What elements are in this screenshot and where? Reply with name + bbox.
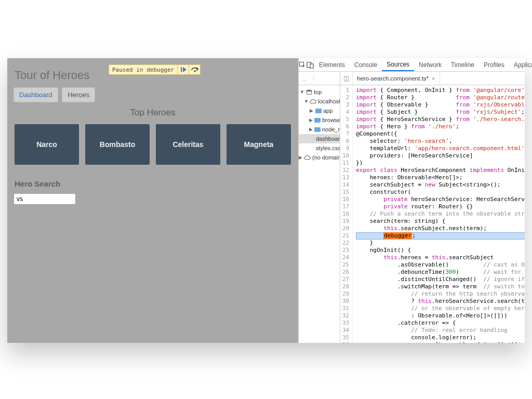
device-toolbar-icon[interactable] (307, 58, 314, 71)
inspect-element-icon[interactable] (299, 58, 307, 71)
nav-heroes-button[interactable]: Heroes (62, 87, 95, 102)
paused-in-debugger-badge: Paused in debugger (109, 64, 201, 75)
tree-no-domain[interactable]: ▶(no domain) (299, 153, 340, 162)
close-file-icon[interactable]: × (432, 75, 435, 82)
tab-application[interactable]: Application (509, 58, 532, 71)
open-file-tab[interactable]: hero-search.component.ts* × (353, 72, 440, 85)
devtools-tabs: Elements Console Sources Network Timelin… (299, 58, 525, 72)
hero-card[interactable]: Narco (15, 124, 79, 165)
tree-folder-node-modules[interactable]: ▶node_modules (299, 125, 340, 134)
hero-card[interactable]: Celeritas (156, 124, 220, 165)
nav-buttons: Dashboard Heroes (14, 87, 292, 102)
section-title: Top Heroes (14, 108, 292, 118)
tab-network[interactable]: Network (414, 58, 446, 71)
tab-sources[interactable]: Sources (382, 58, 414, 71)
tree-folder-browser-sync[interactable]: ▶browser-sync (299, 115, 340, 125)
open-file-name: hero-search.component.ts* (357, 75, 429, 82)
hero-card[interactable]: Magneta (227, 124, 291, 165)
tree-file-dashboard[interactable]: dashboard (299, 134, 340, 143)
tab-console[interactable]: Console (350, 58, 382, 71)
debugger-resume-button[interactable] (177, 65, 189, 74)
file-tree: ▼top ▼localhost:3000 ▶app ▶browser-sync … (299, 85, 340, 343)
tab-profiles[interactable]: Profiles (479, 58, 509, 71)
hero-search-label: Hero Search (15, 179, 292, 188)
svg-point-0 (194, 70, 195, 72)
tree-domain[interactable]: ▼localhost:3000 (299, 97, 340, 106)
nav-dashboard-button[interactable]: Dashboard (14, 87, 58, 102)
pause-badge-text: Paused in debugger (109, 65, 177, 74)
hero-card[interactable]: Bombasto (85, 124, 150, 165)
code-area[interactable]: import { Component, OnInit } from '@angu… (353, 85, 525, 343)
hero-search-input[interactable] (14, 193, 76, 205)
hero-grid: Narco Bombasto Celeritas Magneta (14, 124, 292, 165)
sources-nav-label: ... (302, 75, 307, 82)
sources-toolbar: ... ⋮ ◫ hero-search.component.ts* × (299, 72, 525, 85)
svg-rect-3 (310, 64, 313, 68)
file-open-icon[interactable]: ◫ (343, 75, 349, 82)
devtools-pane: Elements Console Sources Network Timelin… (298, 58, 525, 343)
line-gutter: 1234567891011121314151617181920212223242… (340, 85, 353, 343)
tree-folder-app[interactable]: ▶app (299, 106, 340, 115)
tree-root[interactable]: ▼top (299, 87, 340, 97)
code-editor[interactable]: 1234567891011121314151617181920212223242… (340, 85, 525, 343)
tree-file-styles[interactable]: styles.css (299, 143, 340, 153)
tab-timeline[interactable]: Timeline (446, 58, 479, 71)
debugger-step-over-button[interactable] (189, 65, 200, 74)
sources-nav-more-icon[interactable]: ⋮ (311, 75, 316, 82)
tab-elements[interactable]: Elements (314, 58, 350, 71)
app-pane: Paused in debugger Tour of Heroes Dashbo… (7, 58, 298, 343)
